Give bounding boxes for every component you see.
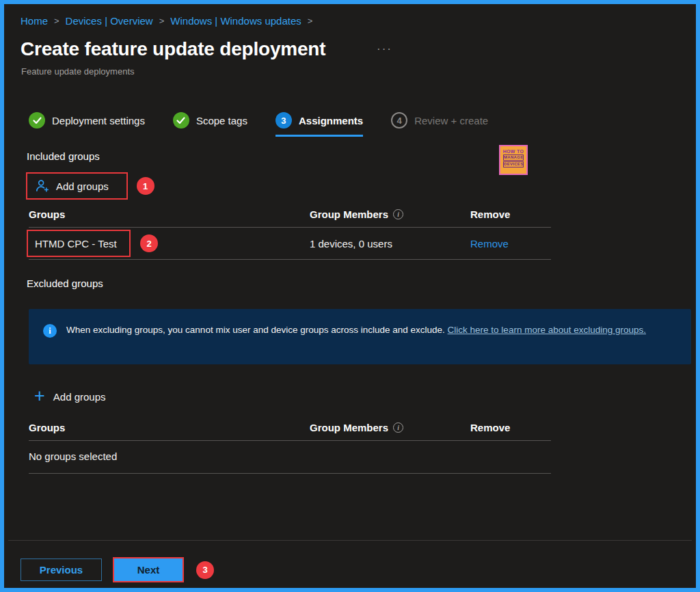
- included-groups-table: Groups Group Members i Remove HTMD CPC -…: [29, 208, 551, 260]
- group-members-column-header: Group Members: [310, 208, 388, 220]
- included-groups-heading: Included groups: [27, 150, 100, 162]
- footer-actions: Previous Next 3: [21, 557, 214, 582]
- check-icon: [173, 112, 189, 129]
- learn-more-link[interactable]: Click here to learn more about excluding…: [448, 325, 646, 335]
- previous-button[interactable]: Previous: [21, 559, 102, 581]
- create-feature-update-deployment-page: Home > Devices | Overview > Windows | Wi…: [0, 0, 700, 592]
- breadcrumb-home[interactable]: Home: [21, 15, 48, 27]
- step-number-icon: 4: [391, 112, 407, 129]
- remove-column-header: Remove: [470, 422, 551, 433]
- add-groups-label: Add groups: [53, 391, 106, 403]
- tab-label: Scope tags: [196, 115, 247, 126]
- tab-review-create[interactable]: 4 Review + create: [391, 112, 488, 137]
- logo-text: HOW TO: [500, 149, 526, 154]
- add-groups-button-excluded[interactable]: + Add groups: [34, 391, 106, 403]
- footer-divider: [8, 540, 692, 541]
- info-icon[interactable]: i: [393, 422, 403, 433]
- empty-groups-message: No groups selected: [29, 441, 551, 474]
- more-menu-icon[interactable]: ···: [377, 42, 392, 56]
- excluded-groups-table: Groups Group Members i Remove No groups …: [29, 422, 551, 474]
- tab-label: Deployment settings: [52, 115, 145, 126]
- htmd-watermark-logo: HOW TO MANAGE DEVICES: [499, 145, 528, 175]
- table-header-row: Groups Group Members i Remove: [29, 422, 551, 441]
- tab-label: Assignments: [299, 115, 363, 126]
- step-number-icon: 3: [275, 112, 292, 129]
- info-icon[interactable]: i: [393, 209, 403, 219]
- page-subtitle: Feature update deployments: [21, 66, 135, 77]
- add-groups-button-included[interactable]: Add groups: [26, 172, 128, 200]
- groups-column-header: Groups: [29, 422, 310, 433]
- annotation-badge-2: 2: [140, 234, 158, 252]
- page-title: Create feature update deployment: [21, 38, 325, 60]
- breadcrumb-windows-updates[interactable]: Windows | Windows updates: [170, 15, 301, 27]
- logo-text: DEVICES: [503, 161, 524, 167]
- check-icon: [29, 112, 45, 129]
- add-groups-label: Add groups: [56, 180, 109, 192]
- breadcrumb: Home > Devices | Overview > Windows | Wi…: [21, 15, 312, 27]
- annotation-badge-3: 3: [196, 561, 214, 579]
- excluded-groups-heading: Excluded groups: [27, 278, 103, 289]
- group-members-column-header: Group Members: [310, 422, 388, 433]
- annotation-badge-1: 1: [137, 177, 154, 195]
- logo-text: MANAGE: [503, 154, 524, 161]
- next-button[interactable]: Next: [113, 557, 184, 582]
- plus-icon: +: [34, 389, 45, 403]
- tab-deployment-settings[interactable]: Deployment settings: [29, 112, 145, 137]
- chevron-right-icon: >: [159, 16, 165, 26]
- info-icon: i: [43, 324, 57, 338]
- group-name: HTMD CPC - Test: [27, 230, 131, 257]
- info-banner: i When excluding groups, you cannot mix …: [29, 309, 691, 364]
- remove-group-link[interactable]: Remove: [470, 238, 551, 250]
- tab-scope-tags[interactable]: Scope tags: [173, 112, 247, 137]
- table-header-row: Groups Group Members i Remove: [29, 208, 551, 228]
- tab-label: Review + create: [414, 115, 488, 126]
- table-row: HTMD CPC - Test 2 1 devices, 0 users Rem…: [29, 228, 551, 260]
- group-members-value: 1 devices, 0 users: [310, 238, 470, 250]
- chevron-right-icon: >: [54, 16, 59, 26]
- chevron-right-icon: >: [308, 16, 313, 26]
- banner-text: When excluding groups, you cannot mix us…: [66, 325, 445, 335]
- remove-column-header: Remove: [470, 208, 551, 220]
- person-add-icon: [35, 178, 50, 193]
- breadcrumb-devices-overview[interactable]: Devices | Overview: [66, 15, 153, 27]
- tab-assignments[interactable]: 3 Assignments: [275, 112, 363, 137]
- wizard-tabs: Deployment settings Scope tags 3 Assignm…: [29, 112, 488, 137]
- groups-column-header: Groups: [29, 208, 310, 220]
